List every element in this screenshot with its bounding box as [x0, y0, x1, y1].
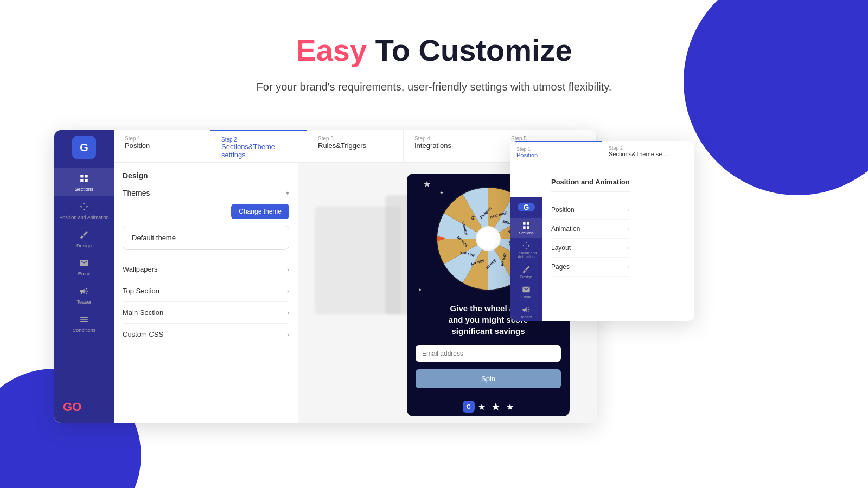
- sidebar-label-teaser: Teaser: [76, 299, 91, 305]
- sidebar-item-sections[interactable]: Sections: [54, 168, 114, 196]
- right-panel-content: Position and Animation Position › Animat…: [542, 169, 639, 321]
- svg-rect-0: [80, 175, 83, 177]
- wheel-popup-logo: G: [463, 401, 475, 413]
- rp-position-row-label: Position: [551, 206, 575, 214]
- default-theme-label: Default theme: [132, 234, 176, 242]
- step-3-label: Rules&Triggers: [318, 142, 392, 150]
- step-4-label: Integrations: [414, 142, 489, 150]
- sidebar-item-email[interactable]: Email: [54, 253, 114, 281]
- rp-row-position[interactable]: Position ›: [551, 201, 630, 220]
- mail-icon: [78, 257, 90, 269]
- rp-position-chevron: ›: [628, 206, 630, 214]
- sidebar-label-design: Design: [76, 243, 92, 248]
- rp-sidebar-position[interactable]: Position and Animation: [510, 238, 542, 262]
- svg-rect-1: [85, 175, 88, 177]
- section-main[interactable]: Main Section ›: [123, 302, 289, 324]
- sidebar-item-position[interactable]: Position and Animation: [54, 196, 114, 224]
- svg-rect-21: [527, 222, 529, 225]
- rp-step-1[interactable]: Step 1 Position: [510, 141, 602, 169]
- rp-layout-row-label: Layout: [551, 244, 571, 252]
- step-1[interactable]: Step 1 Position: [114, 130, 210, 162]
- wallpapers-chevron: ›: [287, 266, 289, 273]
- rp-step-1-label: Position: [516, 152, 596, 158]
- svg-rect-22: [523, 226, 526, 229]
- section-css[interactable]: Custom CSS ›: [123, 324, 289, 345]
- header-title: Easy To Customize: [0, 33, 868, 68]
- rp-sidebar: G Sections Position and Animation Design…: [510, 197, 542, 321]
- change-theme-button[interactable]: Change theme: [231, 204, 289, 219]
- wheel-popup-email-input[interactable]: [416, 345, 561, 362]
- title-easy: Easy: [296, 33, 367, 67]
- wheel-popup-footer: G ★ ★ ★: [407, 397, 570, 416]
- rp-section-title: Position and Animation: [551, 178, 630, 192]
- conditions-icon: [78, 313, 90, 325]
- custom-css-chevron: ›: [287, 331, 289, 338]
- design-icon: [78, 229, 90, 241]
- sidebar-item-conditions[interactable]: Conditions: [54, 309, 114, 337]
- right-panel-steps: Step 1 Position Step 2 Sections&Theme se…: [510, 141, 694, 169]
- grid-icon: [78, 172, 90, 184]
- rp-sidebar-email[interactable]: Email: [510, 282, 542, 302]
- rp-step-1-number: Step 1: [516, 146, 596, 152]
- rp-row-layout[interactable]: Layout ›: [551, 239, 630, 258]
- sidebar-item-teaser[interactable]: Teaser: [54, 281, 114, 309]
- rp-sections-label: Sections: [519, 231, 534, 235]
- step-1-label: Position: [125, 142, 199, 150]
- rp-pages-chevron: ›: [628, 263, 630, 271]
- rp-design-label: Design: [520, 275, 532, 279]
- rp-email-label: Email: [521, 295, 531, 299]
- section-top[interactable]: Top Section ›: [123, 280, 289, 302]
- svg-rect-20: [523, 222, 526, 225]
- sidebar-label-email: Email: [78, 271, 91, 277]
- rp-step-2-number: Step 2: [609, 145, 688, 151]
- rp-sidebar-logo: G: [518, 203, 535, 211]
- title-to-word: To: [375, 33, 410, 67]
- wheel-popup-spin-button[interactable]: Spin: [416, 369, 561, 388]
- themes-header: Themes ▾: [123, 189, 289, 197]
- default-theme-card: Default theme: [123, 226, 289, 250]
- rp-row-animation[interactable]: Animation ›: [551, 220, 630, 239]
- rp-position-label: Position and Animation: [510, 251, 542, 259]
- rp-sidebar-sections[interactable]: Sections: [510, 218, 542, 238]
- step-4[interactable]: Step 4 Integrations: [404, 130, 500, 162]
- rp-animation-row-label: Animation: [551, 225, 580, 233]
- rp-body: G Sections Position and Animation Design…: [510, 169, 694, 321]
- sidebar-bottom-logo: GO: [63, 400, 81, 414]
- rp-animation-chevron: ›: [628, 225, 630, 233]
- rp-layout-chevron: ›: [628, 244, 630, 252]
- step-4-number: Step 4: [414, 136, 489, 142]
- sidebar-label-conditions: Conditions: [73, 328, 96, 333]
- themes-chevron: ▾: [286, 189, 289, 197]
- sidebar-logo: G: [72, 136, 96, 159]
- rp-sidebar-design[interactable]: Design: [510, 262, 542, 282]
- rp-step-2[interactable]: Step 2 Sections&Theme se...: [602, 141, 694, 169]
- sidebar-item-design[interactable]: Design: [54, 224, 114, 253]
- rp-row-pages[interactable]: Pages ›: [551, 258, 630, 277]
- custom-css-label: Custom CSS: [123, 330, 163, 338]
- sidebar-label-position: Position and Animation: [59, 215, 109, 220]
- step-2[interactable]: Step 2 Sections&Theme settings: [210, 130, 307, 162]
- sidebar-label-sections: Sections: [75, 187, 94, 192]
- step-1-number: Step 1: [125, 136, 199, 142]
- rp-step-2-label: Sections&Theme se...: [609, 151, 688, 157]
- teaser-icon: [78, 285, 90, 297]
- themes-label: Themes: [123, 189, 150, 197]
- section-wallpapers[interactable]: Wallpapers ›: [123, 259, 289, 280]
- step-2-label: Sections&Theme settings: [221, 143, 296, 159]
- svg-rect-3: [85, 179, 88, 182]
- design-panel-title: Design: [123, 171, 289, 180]
- header-subtitle: For your brand's requirements, user-frie…: [244, 79, 624, 95]
- top-section-label: Top Section: [123, 287, 159, 295]
- step-3-number: Step 3: [318, 136, 392, 142]
- svg-rect-2: [80, 179, 83, 182]
- design-panel: Design Themes ▾ Change theme Default the…: [114, 163, 298, 423]
- rp-pages-row-label: Pages: [551, 263, 570, 271]
- move-icon: [78, 201, 90, 213]
- step-3[interactable]: Step 3 Rules&Triggers: [307, 130, 404, 162]
- svg-rect-23: [527, 226, 529, 229]
- step-2-number: Step 2: [221, 137, 296, 143]
- rp-teaser-label: Teaser: [520, 315, 532, 319]
- right-panel: Step 1 Position Step 2 Sections&Theme se…: [510, 141, 694, 321]
- rp-sidebar-teaser[interactable]: Teaser: [510, 302, 542, 321]
- top-section-chevron: ›: [287, 287, 289, 295]
